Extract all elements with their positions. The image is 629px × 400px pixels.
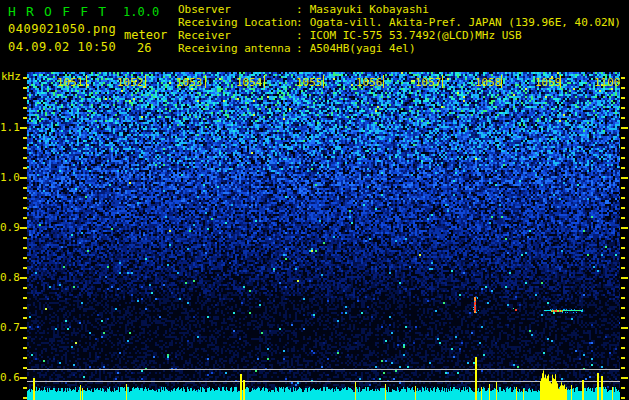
freq-tick-left [23, 117, 27, 119]
freq-tick-right [621, 397, 625, 399]
freq-tick-right [621, 307, 625, 309]
freq-tick-left [20, 377, 27, 379]
freq-tick-left [23, 257, 27, 259]
freq-tick-left [23, 207, 27, 209]
freq-tick-left [20, 227, 27, 229]
freq-tick-right [621, 387, 625, 389]
freq-tick-left [23, 367, 27, 369]
time-label-1055: 1055 [296, 76, 323, 89]
info-separator: : [296, 42, 303, 55]
info-label: Receiving Location [178, 16, 296, 29]
info-value: A504HB(yagi 4el) [310, 42, 416, 55]
freq-tick-left [23, 237, 27, 239]
freq-tick-right [621, 227, 628, 229]
freq-tick-left [20, 177, 27, 179]
freq-label-1p1: 1.1 [0, 121, 19, 134]
info-separator: : [296, 3, 303, 16]
minute-tick [145, 75, 146, 88]
freq-tick-right [621, 267, 625, 269]
freq-tick-left [23, 267, 27, 269]
freq-tick-left [23, 97, 27, 99]
freq-tick-left [23, 337, 27, 339]
info-label: Observer [178, 3, 296, 16]
freq-tick-left [23, 217, 27, 219]
freq-tick-left [23, 387, 27, 389]
info-label: Receiver [178, 29, 296, 42]
info-value: ICOM IC-575 53.7492(@LCD)MHz USB [310, 29, 522, 42]
freq-tick-left [23, 167, 27, 169]
minute-tick [86, 75, 87, 88]
freq-tick-right [621, 347, 625, 349]
freq-label-0p6: 0.6 [0, 371, 19, 384]
info-row-observer: Observer:Masayuki Kobayashi [178, 3, 429, 16]
info-value: Masayuki Kobayashi [310, 3, 429, 16]
freq-label-0p8: 0.8 [0, 271, 19, 284]
freq-tick-left [23, 347, 27, 349]
meteor-count: 26 [137, 41, 151, 55]
freq-tick-left [23, 87, 27, 89]
freq-label-0p9: 0.9 [0, 221, 19, 234]
freq-tick-right [621, 317, 625, 319]
time-label-1057: 1057 [415, 76, 442, 89]
minute-tick [264, 75, 265, 88]
time-label-1100: 1100 [594, 76, 621, 89]
freq-axis-unit-label: kHz [1, 70, 21, 83]
freq-tick-right [621, 187, 625, 189]
freq-tick-right [621, 107, 625, 109]
freq-tick-right [621, 147, 625, 149]
freq-tick-right [621, 167, 625, 169]
info-row-receiver: Receiver:ICOM IC-575 53.7492(@LCD)MHz US… [178, 29, 522, 42]
freq-tick-right [621, 137, 625, 139]
freq-tick-left [23, 187, 27, 189]
info-label: Receiving antenna [178, 42, 296, 55]
app-version: 1.0.0 [123, 5, 159, 19]
freq-label-0p7: 0.7 [0, 321, 19, 334]
freq-tick-right [621, 247, 625, 249]
freq-tick-right [621, 297, 625, 299]
info-separator: : [296, 16, 303, 29]
info-row-receiving-location: Receiving Location:Ogata-vill. Akita-Pre… [178, 16, 621, 29]
freq-tick-right [621, 377, 628, 379]
minute-tick [383, 75, 384, 88]
info-separator: : [296, 29, 303, 42]
freq-tick-right [621, 287, 625, 289]
time-label-1056: 1056 [356, 76, 383, 89]
mode-label: meteor [124, 28, 167, 42]
freq-tick-right [621, 367, 625, 369]
freq-tick-left [23, 307, 27, 309]
freq-tick-left [23, 147, 27, 149]
freq-tick-left [23, 197, 27, 199]
freq-tick-left [23, 297, 27, 299]
freq-tick-right [621, 127, 628, 129]
minute-tick [205, 75, 206, 88]
freq-tick-left [23, 357, 27, 359]
output-filename: 0409021050.png [8, 22, 116, 36]
freq-tick-right [621, 327, 628, 329]
info-value: Ogata-vill. Akita-Pref. JAPAN (139.96E, … [310, 16, 621, 29]
freq-tick-right [621, 87, 625, 89]
freq-tick-right [621, 207, 625, 209]
minute-tick [560, 75, 561, 88]
app-title: H R O F F T [8, 4, 107, 19]
freq-label-1p0: 1.0 [0, 171, 19, 184]
freq-tick-left [20, 327, 27, 329]
freq-tick-left [23, 287, 27, 289]
freq-tick-right [621, 117, 625, 119]
freq-tick-right [621, 337, 625, 339]
freq-tick-left [23, 247, 27, 249]
freq-tick-left [23, 107, 27, 109]
freq-tick-right [621, 237, 625, 239]
minute-tick [442, 75, 443, 88]
hrofft-spectrogram-image: H R O F F T 1.0.0 0409021050.png meteor … [0, 0, 629, 400]
freq-tick-left [23, 317, 27, 319]
freq-tick-right [621, 217, 625, 219]
freq-tick-left [23, 137, 27, 139]
freq-tick-left [23, 157, 27, 159]
freq-tick-left [20, 127, 27, 129]
minute-tick [323, 75, 324, 88]
minute-tick [501, 75, 502, 88]
freq-tick-right [621, 197, 625, 199]
freq-tick-right [621, 157, 625, 159]
freq-tick-right [621, 97, 625, 99]
freq-tick-right [621, 77, 625, 79]
